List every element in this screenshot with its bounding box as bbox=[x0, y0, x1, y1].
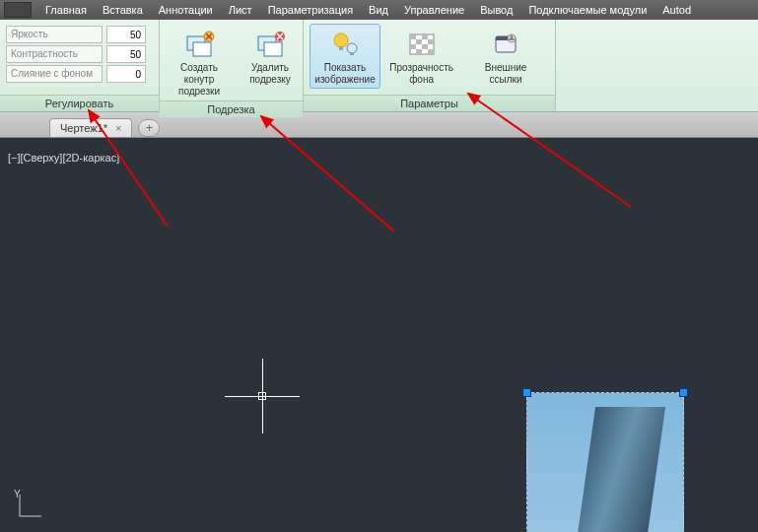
menu-item[interactable]: Подключаемые модули bbox=[520, 2, 655, 18]
brightness-label: Яркость bbox=[6, 26, 103, 43]
svg-rect-7 bbox=[339, 46, 343, 50]
remove-clip-label1: Удалить bbox=[251, 62, 289, 73]
document-tabbar: Чертеж1* × + bbox=[0, 112, 758, 138]
show-image-label2: изображение bbox=[314, 74, 375, 85]
svg-rect-1 bbox=[193, 42, 211, 56]
fade-input[interactable] bbox=[106, 65, 146, 83]
contrast-row: Контрастность bbox=[6, 45, 153, 63]
menu-item[interactable]: Аннотации bbox=[151, 2, 221, 18]
fade-row: Слияние с фоном bbox=[6, 65, 153, 83]
lightbulb-icon bbox=[329, 29, 361, 60]
remove-clip-button[interactable]: Удалитьподрезку bbox=[237, 24, 304, 89]
panel-adjust: Яркость Контрастность Слияние с фоном Ре… bbox=[0, 20, 160, 111]
panel-clip: Создать конутрподрезки Удалитьподрезку П… bbox=[160, 20, 304, 111]
panel-params: Показатьизображение Прозрачностьфона Вне… bbox=[304, 20, 556, 111]
svg-rect-17 bbox=[416, 49, 422, 54]
brightness-input[interactable] bbox=[106, 26, 146, 43]
svg-point-6 bbox=[334, 33, 348, 47]
xref-icon bbox=[490, 29, 521, 60]
show-image-button[interactable]: Показатьизображение bbox=[310, 24, 380, 89]
menu-item[interactable]: Вставка bbox=[95, 2, 151, 18]
svg-rect-13 bbox=[416, 39, 422, 44]
ucs-y-label: Y bbox=[14, 489, 21, 499]
remove-clip-icon bbox=[254, 29, 286, 60]
remove-clip-label2: подрезку bbox=[249, 74, 291, 85]
svg-rect-16 bbox=[422, 44, 428, 49]
svg-rect-9 bbox=[350, 52, 354, 55]
transparency-label1: Прозрачность bbox=[389, 62, 453, 73]
transparency-label2: фона bbox=[409, 74, 434, 85]
svg-rect-15 bbox=[410, 44, 416, 49]
svg-point-8 bbox=[347, 43, 357, 53]
checker-icon bbox=[406, 29, 438, 60]
xref-button[interactable]: Внешние ссылки bbox=[462, 24, 549, 89]
menubar: Главная Вставка Аннотации Лист Параметри… bbox=[0, 0, 758, 20]
inserted-image[interactable] bbox=[522, 388, 688, 532]
menu-item[interactable]: Лист bbox=[221, 2, 260, 18]
transparency-button[interactable]: Прозрачностьфона bbox=[384, 24, 458, 89]
fade-label: Слияние с фоном bbox=[6, 65, 103, 83]
app-icon[interactable] bbox=[4, 2, 32, 18]
menu-item[interactable]: Параметризация bbox=[260, 2, 361, 18]
create-clip-button[interactable]: Создать конутрподрезки bbox=[166, 24, 233, 100]
view-label[interactable]: [−][Сверху][2D-каркас] bbox=[8, 152, 119, 164]
document-tab[interactable]: Чертеж1* × bbox=[49, 118, 132, 137]
new-tab-button[interactable]: + bbox=[138, 119, 160, 137]
menu-item[interactable]: Главная bbox=[37, 2, 95, 18]
show-image-label1: Показать bbox=[324, 62, 367, 73]
xref-label1: Внешние ссылки bbox=[485, 62, 526, 85]
panel-title-clip: Подрезка bbox=[160, 100, 303, 117]
close-tab-icon[interactable]: × bbox=[115, 122, 121, 134]
drawing-canvas[interactable]: [−][Сверху][2D-каркас] Y bbox=[0, 138, 758, 532]
menu-item[interactable]: Autod bbox=[655, 2, 699, 18]
svg-rect-14 bbox=[428, 39, 434, 44]
grip-top-right[interactable] bbox=[679, 388, 688, 397]
grip-top-left[interactable] bbox=[522, 388, 531, 397]
svg-rect-4 bbox=[264, 42, 282, 56]
image-frame bbox=[526, 392, 684, 532]
svg-rect-12 bbox=[422, 34, 428, 39]
create-clip-label2: подрезки bbox=[178, 86, 220, 97]
menu-item[interactable]: Вывод bbox=[472, 2, 520, 18]
ribbon: Яркость Контрастность Слияние с фоном Ре… bbox=[0, 20, 758, 112]
menu-item[interactable]: Управление bbox=[396, 2, 472, 18]
panel-title-params: Параметры bbox=[304, 95, 555, 111]
contrast-label: Контрастность bbox=[6, 45, 103, 63]
svg-rect-11 bbox=[410, 34, 416, 39]
document-tab-name: Чертеж1* bbox=[60, 122, 107, 134]
brightness-row: Яркость bbox=[6, 26, 153, 43]
create-clip-icon bbox=[183, 29, 215, 60]
create-clip-label1: Создать конутр bbox=[180, 62, 218, 85]
panel-title-adjust: Регулировать bbox=[0, 95, 159, 111]
svg-rect-18 bbox=[428, 49, 434, 54]
menu-item[interactable]: Вид bbox=[361, 2, 396, 18]
ucs-icon[interactable]: Y bbox=[14, 493, 43, 524]
contrast-input[interactable] bbox=[106, 45, 146, 63]
